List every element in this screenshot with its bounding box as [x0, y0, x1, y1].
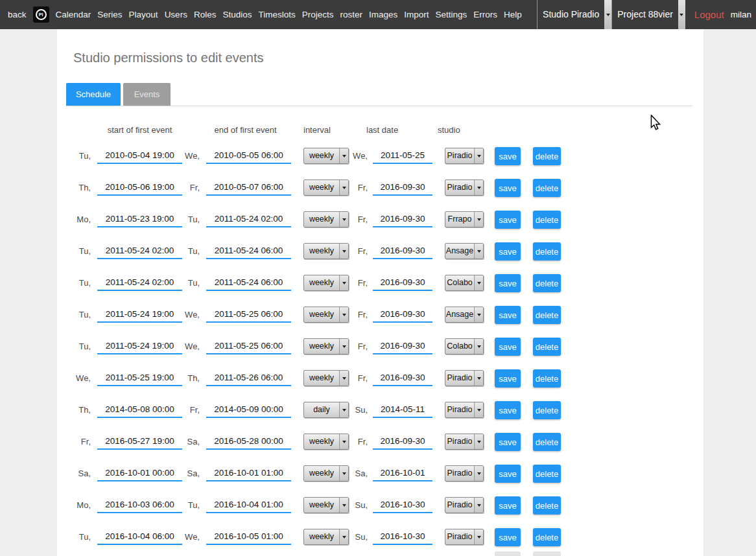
studio-row-select[interactable]: Piradio: [445, 465, 484, 481]
studio-row-select[interactable]: Ansage: [445, 243, 484, 259]
delete-button[interactable]: delete: [533, 338, 561, 356]
delete-button[interactable]: delete: [533, 211, 561, 229]
last-date-input[interactable]: [373, 369, 432, 386]
start-datetime-input[interactable]: [97, 179, 182, 196]
interval-select[interactable]: weekly: [303, 180, 349, 196]
studio-row-select[interactable]: Piradio: [445, 148, 484, 164]
interval-select[interactable]: weekly: [303, 529, 349, 545]
interval-select[interactable]: weekly: [303, 465, 349, 481]
start-datetime-input[interactable]: [97, 242, 182, 259]
delete-button[interactable]: delete: [533, 528, 561, 546]
start-datetime-input[interactable]: [97, 306, 182, 323]
save-button[interactable]: save: [495, 496, 521, 515]
end-datetime-input[interactable]: [206, 274, 291, 291]
tab-events[interactable]: Events: [123, 83, 171, 106]
save-button[interactable]: save: [495, 401, 521, 419]
delete-button[interactable]: delete: [533, 179, 561, 197]
start-datetime-input[interactable]: [97, 496, 182, 513]
interval-select[interactable]: weekly: [303, 148, 349, 164]
delete-button[interactable]: delete: [533, 369, 561, 388]
nav-menu-item[interactable]: Settings: [436, 10, 467, 19]
save-button[interactable]: save: [495, 179, 521, 197]
save-button[interactable]: save: [495, 274, 521, 292]
studio-row-select[interactable]: Colabo: [445, 275, 484, 291]
app-logo-icon[interactable]: PI: [33, 6, 49, 23]
interval-select[interactable]: weekly: [303, 211, 349, 227]
start-datetime-input[interactable]: [97, 528, 182, 545]
studio-row-select[interactable]: Colabo: [445, 338, 484, 354]
last-date-input[interactable]: [373, 401, 432, 418]
nav-menu-item[interactable]: Images: [369, 10, 397, 19]
logout-link[interactable]: Logout: [694, 9, 724, 20]
studio-row-select[interactable]: Piradio: [445, 180, 484, 196]
studio-select[interactable]: Studio Piradio: [537, 0, 611, 29]
interval-select[interactable]: weekly: [303, 434, 349, 450]
interval-select[interactable]: weekly: [303, 307, 349, 323]
end-datetime-input[interactable]: [206, 179, 291, 196]
studio-row-select[interactable]: Piradio: [445, 370, 484, 386]
save-button[interactable]: save: [495, 369, 521, 388]
last-date-input[interactable]: [373, 274, 432, 291]
nav-menu-item[interactable]: Timeslots: [258, 10, 295, 19]
nav-menu-item[interactable]: Calendar: [56, 10, 91, 19]
nav-menu-item[interactable]: Series: [97, 10, 122, 19]
last-date-input[interactable]: [373, 306, 432, 323]
save-button[interactable]: save: [495, 528, 521, 546]
studio-row-select[interactable]: Frrapo: [445, 211, 484, 227]
tab-schedule[interactable]: Schedule: [66, 83, 121, 106]
nav-back-link[interactable]: back: [8, 10, 27, 19]
start-datetime-input[interactable]: [97, 211, 182, 227]
interval-select[interactable]: weekly: [303, 275, 349, 291]
interval-select[interactable]: daily: [303, 402, 349, 418]
last-date-input[interactable]: [373, 528, 432, 545]
last-date-input[interactable]: [373, 338, 432, 354]
start-datetime-input[interactable]: [97, 338, 182, 354]
nav-menu-item[interactable]: Studios: [222, 10, 252, 19]
delete-button[interactable]: delete: [533, 496, 561, 515]
last-date-input[interactable]: [373, 465, 432, 481]
nav-menu-item[interactable]: roster: [340, 10, 362, 19]
save-button[interactable]: save: [495, 242, 521, 261]
delete-button[interactable]: delete: [533, 433, 561, 451]
last-date-input[interactable]: [373, 147, 432, 164]
end-datetime-input[interactable]: [206, 433, 291, 450]
start-datetime-input[interactable]: [97, 465, 182, 481]
studio-row-select[interactable]: Piradio: [445, 497, 484, 513]
interval-select[interactable]: weekly: [303, 338, 349, 354]
last-date-input[interactable]: [373, 433, 432, 450]
save-button[interactable]: save: [495, 465, 521, 483]
end-datetime-input[interactable]: [206, 369, 291, 386]
delete-button[interactable]: delete: [533, 242, 561, 261]
end-datetime-input[interactable]: [206, 465, 291, 481]
delete-button[interactable]: delete: [533, 274, 561, 292]
end-datetime-input[interactable]: [206, 211, 291, 227]
start-datetime-input[interactable]: [97, 147, 182, 164]
last-date-input[interactable]: [373, 179, 432, 196]
nav-menu-item[interactable]: Projects: [302, 10, 334, 19]
nav-menu-item[interactable]: Help: [504, 10, 522, 19]
studio-row-select[interactable]: Piradio: [445, 434, 484, 450]
nav-menu-item[interactable]: Users: [165, 10, 187, 19]
save-button[interactable]: save: [495, 211, 521, 229]
end-datetime-input[interactable]: [206, 528, 291, 545]
delete-button[interactable]: delete: [533, 147, 561, 165]
end-datetime-input[interactable]: [206, 401, 291, 418]
delete-button[interactable]: delete: [533, 306, 561, 324]
nav-menu-item[interactable]: Playout: [129, 10, 158, 19]
save-button[interactable]: save: [495, 433, 521, 451]
save-button[interactable]: save: [495, 147, 521, 165]
project-select[interactable]: Project 88vier: [611, 0, 685, 29]
interval-select[interactable]: weekly: [303, 370, 349, 386]
delete-button[interactable]: delete: [533, 401, 561, 419]
start-datetime-input[interactable]: [97, 274, 182, 291]
last-date-input[interactable]: [373, 242, 432, 259]
end-datetime-input[interactable]: [206, 338, 291, 354]
start-datetime-input[interactable]: [97, 369, 182, 386]
studio-row-select[interactable]: Piradio: [445, 402, 484, 418]
start-datetime-input[interactable]: [97, 433, 182, 450]
start-datetime-input[interactable]: [97, 401, 182, 418]
nav-menu-item[interactable]: Import: [404, 10, 429, 19]
end-datetime-input[interactable]: [206, 306, 291, 323]
end-datetime-input[interactable]: [206, 496, 291, 513]
last-date-input[interactable]: [373, 211, 432, 227]
